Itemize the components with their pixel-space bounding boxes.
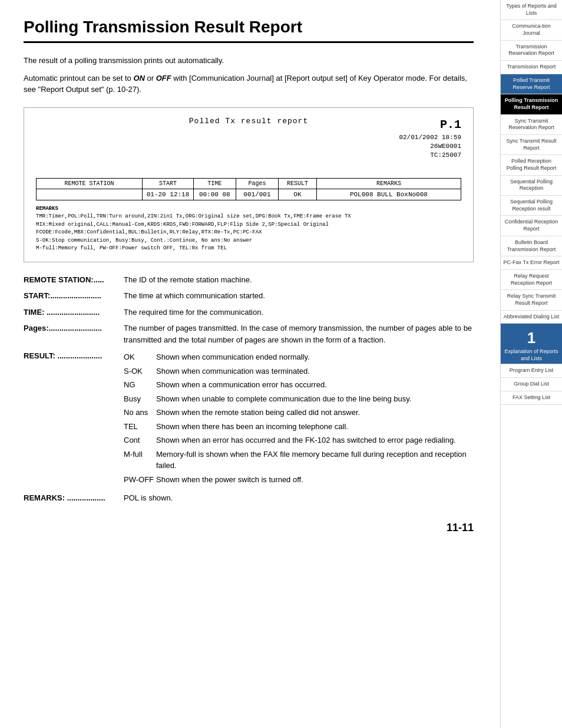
remarks-line-5: M-full:Memory full, PW-OFF:Power switch … [36, 245, 227, 251]
sidebar-item-tx-reservation[interactable]: Transmission Reservation Report [501, 41, 562, 61]
col-header-result: RESULT [278, 178, 316, 189]
col-header-remarks: REMARKS [316, 178, 461, 189]
sidebar-item-polled-reserve[interactable]: Polled Transmit Reserve Report [501, 74, 562, 94]
report-machine-id: 26WE0001 [399, 142, 461, 151]
sidebar-item-pc-fax[interactable]: PC-Fax Tx Error Report [501, 256, 562, 270]
sub-term-cont: Cont [124, 434, 156, 446]
sub-term-noans: No ans [124, 407, 156, 419]
cell-remote-station [37, 189, 143, 200]
sub-def-mfull: Memory-full is shown when the FAX file m… [156, 449, 474, 472]
report-remarks-section: REMARKS TMR:Timer,POL:Poll,TRN:Turn arou… [36, 205, 461, 253]
sub-def-noans: Shown when the remote station being call… [156, 407, 474, 419]
report-page: P.1 [399, 117, 461, 133]
col-header-time: TIME [193, 178, 236, 189]
sidebar-item-confidential[interactable]: Confidential Reception Report [501, 216, 562, 236]
sub-def-cont: Shown when an error has occurred and the… [156, 434, 474, 446]
cell-pages: 001/001 [236, 189, 278, 200]
sidebar-item-comm-journal[interactable]: Communica-tion Journal [501, 20, 562, 40]
sub-def-pwoff: Shown when the power switch is turned of… [156, 474, 474, 486]
sub-def-sok: Shown when communication was terminated. [156, 365, 474, 377]
main-content: Polling Transmission Result Report The r… [0, 0, 497, 558]
result-mfull: M-full Memory-full is shown when the FAX… [124, 449, 474, 472]
desc-term-result: RESULT: ..................... [24, 350, 124, 487]
sub-term-ng: NG [124, 379, 156, 391]
report-header: Polled Tx result report [36, 117, 461, 126]
result-sub-list: OK Shown when communication ended normal… [124, 351, 474, 485]
remarks-line-3: FCODE:Fcode,MBX:Confidential,BUL:Bulleti… [36, 229, 262, 235]
sidebar-item-sequential-polling-result[interactable]: Sequential Polling Reception result [501, 196, 562, 216]
sidebar-item-group-dial[interactable]: Group Dial List [501, 378, 562, 391]
desc-term-start: START:........................ [24, 290, 124, 302]
sidebar-item-polling-tx[interactable]: Polling Transmission Result Report [501, 94, 562, 114]
sidebar-label-polling-tx: Polling Transmission Result Report [505, 97, 558, 110]
sidebar-item-relay-request[interactable]: Relay Request Reception Report [501, 270, 562, 290]
remarks-text: TMR:Timer,POL:Poll,TRN:Turn around,2IN:2… [36, 213, 426, 253]
intro-pre: Automatic printout can be set to [24, 74, 133, 83]
sidebar-label-confidential: Confidential Reception Report [505, 219, 558, 232]
sidebar-item-sequential-polling[interactable]: Sequential Polling Reception [501, 176, 562, 196]
sidebar-item-sync-tx-reservation[interactable]: Sync Transmit Reservation Report [501, 115, 562, 135]
sidebar-item-abbreviated[interactable]: Abbreviated Dialing List [501, 311, 562, 324]
page-title: Polling Transmission Result Report [24, 18, 474, 37]
sidebar-label-bulletin: Bulletin Board Transmission Report [507, 239, 556, 252]
sidebar-chapter-badge: 1 Explanation of Reports and Lists [501, 324, 562, 364]
desc-term-pages: Pages:......................... [24, 322, 124, 345]
intro-paragraph-2: Automatic printout can be set to ON or O… [24, 73, 474, 95]
report-table: REMOTE STATION START TIME Pages RESULT R… [36, 178, 461, 200]
col-header-pages: Pages [236, 178, 278, 189]
chapter-label: Explanation of Reports and Lists [503, 348, 560, 362]
sub-term-pwoff: PW-OFF [124, 474, 156, 486]
sidebar-label-tx-report: Transmission Report [507, 64, 556, 70]
chapter-number: 1 [527, 329, 535, 347]
sidebar-item-relay-sync[interactable]: Relay Sync Transmit Result Report [501, 290, 562, 310]
intro-on: ON [133, 74, 145, 83]
result-tel: TEL Shown when there has been an incomin… [124, 421, 474, 433]
sidebar-item-tx-report[interactable]: Transmission Report [501, 61, 562, 74]
page-number: 11-11 [24, 522, 474, 534]
desc-term-remote-station: REMOTE STATION:..... [24, 274, 124, 286]
desc-term-remarks: REMARKS: .................. [24, 492, 124, 504]
result-cont: Cont Shown when an error has occurred an… [124, 434, 474, 446]
sub-term-sok: S-OK [124, 365, 156, 377]
col-header-start: START [143, 178, 194, 189]
remarks-line-2: MIX:Mixed original,CALL:Manual-Com,KRDS:… [36, 222, 329, 228]
sidebar-label-sync-tx-reservation: Sync Transmit Reservation Report [508, 118, 554, 131]
sidebar-label-sync-tx-result: Sync Transmit Result Report [506, 138, 556, 151]
sidebar-item-fax-setting[interactable]: FAX Setting List [501, 391, 562, 405]
sidebar-label-group-dial: Group Dial List [514, 381, 549, 387]
result-pwoff: PW-OFF Shown when the power switch is tu… [124, 474, 474, 486]
desc-result: RESULT: ..................... OK Shown w… [24, 350, 474, 487]
result-busy: Busy Shown when unable to complete commu… [124, 393, 474, 405]
sidebar-label-fax-setting: FAX Setting List [513, 394, 550, 400]
sidebar-item-polled-reception[interactable]: Polled Reception Polling Result Report [501, 155, 562, 175]
sidebar-label-pc-fax: PC-Fax Tx Error Report [504, 259, 560, 265]
desc-pages: Pages:......................... The numb… [24, 322, 474, 345]
sidebar-item-bulletin[interactable]: Bulletin Board Transmission Report [501, 236, 562, 256]
desc-remote-station: REMOTE STATION:..... The ID of the remot… [24, 274, 474, 286]
sub-term-mfull: M-full [124, 449, 156, 472]
cell-remarks: POL008 BULL BoxNo008 [316, 189, 461, 200]
sub-def-ng: Shown when a communication error has occ… [156, 379, 474, 391]
report-sample-box: Polled Tx result report P.1 02/01/2002 1… [24, 107, 474, 262]
description-list: REMOTE STATION:..... The ID of the remot… [24, 274, 474, 504]
desc-def-pages: The number of pages transmitted. In the … [124, 322, 474, 345]
sidebar-label-types: Types of Reports and Lists [506, 3, 557, 16]
sidebar-item-program-entry[interactable]: Program Entry List [501, 364, 562, 378]
desc-def-remote-station: The ID of the remote station machine. [124, 274, 474, 286]
desc-term-time: TIME: ......................... [24, 307, 124, 318]
sidebar-label-comm-journal: Communica-tion Journal [512, 23, 551, 36]
intro-mid: or [145, 74, 156, 83]
sidebar-label-relay-request: Relay Request Reception Report [511, 273, 552, 286]
sidebar-item-sync-tx-result[interactable]: Sync Transmit Result Report [501, 135, 562, 155]
desc-remarks: REMARKS: .................. POL is shown… [24, 492, 474, 504]
desc-time: TIME: ......................... The requ… [24, 307, 474, 318]
sub-def-busy: Shown when unable to complete communicat… [156, 393, 474, 405]
result-noans: No ans Shown when the remote station bei… [124, 407, 474, 419]
sidebar-item-types[interactable]: Types of Reports and Lists [501, 0, 562, 20]
sidebar-label-polled-reception: Polled Reception Polling Result Report [507, 158, 557, 171]
desc-start: START:........................ The time … [24, 290, 474, 302]
remarks-line-4: S-OK:Stop communication, Busy:Busy, Cont… [36, 238, 252, 243]
sub-term-ok: OK [124, 351, 156, 363]
sub-def-ok: Shown when communication ended normally. [156, 351, 474, 363]
report-meta: P.1 02/01/2002 18:59 26WE0001 TC:25007 [399, 117, 461, 160]
